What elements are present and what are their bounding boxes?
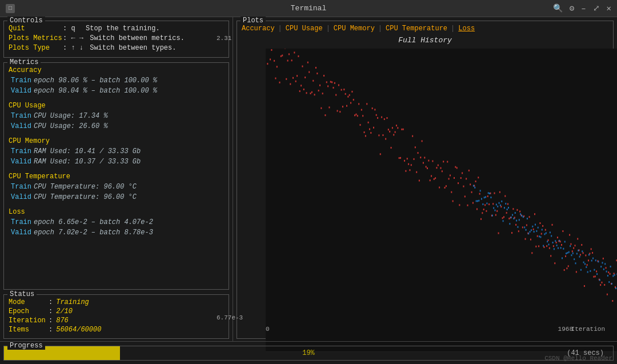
progress-label: Progress — [7, 342, 45, 350]
watermark: CSDN @Hello_Reader — [544, 355, 612, 362]
titlebar-left: □ — [6, 4, 15, 13]
metric-cpu-memory: CPU Memory Train RAM Used: 10.41 / 33.33… — [9, 137, 224, 167]
metric-loss-valid: Valid epoch 7.02e-2 – batch 8.78e-3 — [11, 227, 224, 238]
settings-icon[interactable]: ⚙ — [570, 3, 574, 13]
tab-cpu-memory[interactable]: CPU Memory — [334, 25, 375, 33]
metric-cpu-memory-title: CPU Memory — [9, 137, 224, 145]
metric-accuracy: Accuracy Train epoch 98.06 % – batch 100… — [9, 66, 224, 96]
minimize-btn[interactable]: – — [581, 4, 586, 13]
metric-cpu-temp-title: CPU Temperature — [9, 173, 224, 181]
chart-title: Full History — [243, 36, 607, 45]
status-box: Status Mode : Training Epoch : 2/10 Iter… — [3, 294, 229, 339]
search-icon[interactable]: 🔍 — [553, 3, 563, 13]
ctrl-type-label: Plots Type — [9, 44, 63, 52]
ctrl-type-desc: Switch between types. — [86, 44, 176, 52]
metric-loss-title: Loss — [9, 208, 224, 216]
main-content: Controls Quit : q Stop the training. Plo… — [0, 17, 617, 341]
close-btn[interactable]: ✕ — [607, 3, 611, 13]
controls-box: Controls Quit : q Stop the training. Plo… — [3, 21, 229, 58]
status-epoch: Epoch : 2/10 — [9, 307, 224, 315]
metric-cpu-temp-valid: Valid CPU Temperature: 96.00 °C — [11, 192, 224, 202]
status-iteration: Iteration : 876 — [9, 317, 224, 325]
metric-cpu-usage-valid: Valid CPU Usage: 26.60 % — [11, 121, 224, 131]
metric-cpu-usage: CPU Usage Train CPU Usage: 17.34 % Valid… — [9, 102, 224, 131]
status-items: Items : 56064/60000 — [9, 326, 224, 334]
ctrl-quit: Quit : q Stop the training. — [9, 25, 224, 33]
tab-loss[interactable]: Loss — [458, 25, 475, 33]
ctrl-metrics-label: Plots Metrics — [9, 34, 63, 42]
x-axis-label: Iteration — [571, 326, 605, 333]
metric-cpu-memory-valid: Valid RAM Used: 10.37 / 33.33 Gb — [11, 157, 224, 167]
right-panel: Plots Accuracy | CPU Usage | CPU Memory … — [233, 17, 617, 341]
metrics-box: Metrics Accuracy Train epoch 98.06 % – b… — [3, 62, 229, 290]
status-label: Status — [7, 290, 37, 298]
ctrl-metrics-key: : ← → — [63, 34, 83, 42]
metrics-label: Metrics — [7, 58, 41, 66]
metric-loss-train: Train epoch 6.65e-2 – batch 4.07e-2 — [11, 217, 224, 227]
metric-cpu-temp: CPU Temperature Train CPU Temperature: 9… — [9, 173, 224, 202]
plots-tabs: Accuracy | CPU Usage | CPU Memory | CPU … — [237, 21, 613, 35]
left-panel: Controls Quit : q Stop the training. Plo… — [0, 17, 233, 341]
y-axis-bottom: 6.77e-3 — [217, 314, 243, 321]
status-mode: Mode : Training — [9, 298, 224, 306]
titlebar-controls: 🔍 ⚙ – ⤢ ✕ — [553, 3, 611, 13]
metric-accuracy-valid: Valid epoch 98.04 % – batch 100.00 % — [11, 86, 224, 96]
window-title: Terminal — [291, 4, 326, 13]
metric-cpu-memory-train: Train RAM Used: 10.41 / 33.33 Gb — [11, 146, 224, 157]
loss-chart — [266, 49, 617, 352]
x-axis-left: 0 — [266, 326, 270, 333]
tab-cpu-temperature[interactable]: CPU Temperature — [386, 25, 447, 33]
terminal-icon: □ — [6, 4, 15, 13]
ctrl-type: Plots Type : ↑ ↓ Switch between types. — [9, 44, 224, 52]
progress-percent: 19% — [302, 349, 315, 357]
plots-label: Plots — [241, 17, 266, 25]
tab-cpu-usage[interactable]: CPU Usage — [286, 25, 323, 33]
maximize-btn[interactable]: ⤢ — [593, 3, 600, 13]
metric-cpu-temp-train: Train CPU Temperature: 96.00 °C — [11, 182, 224, 192]
metric-accuracy-title: Accuracy — [9, 66, 224, 74]
metric-cpu-usage-train: Train CPU Usage: 17.34 % — [11, 111, 224, 121]
controls-label: Controls — [7, 17, 45, 25]
ctrl-quit-label: Quit — [9, 25, 63, 33]
plots-box: Plots Accuracy | CPU Usage | CPU Memory … — [237, 21, 614, 339]
metric-cpu-usage-title: CPU Usage — [9, 102, 224, 110]
progress-section: Progress 19% (41 secs) — [0, 341, 617, 364]
metric-loss: Loss Train epoch 6.65e-2 – batch 4.07e-2… — [9, 208, 224, 238]
ctrl-type-key: : ↑ ↓ — [63, 44, 83, 52]
y-axis-top: 2.31 — [217, 35, 231, 42]
ctrl-metrics-desc: Switch between metrics. — [86, 34, 185, 42]
ctrl-quit-desc: Stop the training. — [78, 25, 160, 33]
chart-area: Full History Train Valid 2.31 6.77e-3 0 … — [237, 35, 613, 338]
metric-accuracy-train: Train epoch 98.06 % – batch 100.00 % — [11, 75, 224, 86]
tab-accuracy[interactable]: Accuracy — [242, 25, 275, 33]
titlebar: □ Terminal 🔍 ⚙ – ⤢ ✕ — [0, 0, 617, 17]
progress-box: Progress 19% (41 secs) — [3, 346, 614, 361]
ctrl-quit-key: : q — [63, 25, 75, 33]
ctrl-metrics: Plots Metrics : ← → Switch between metri… — [9, 34, 224, 42]
